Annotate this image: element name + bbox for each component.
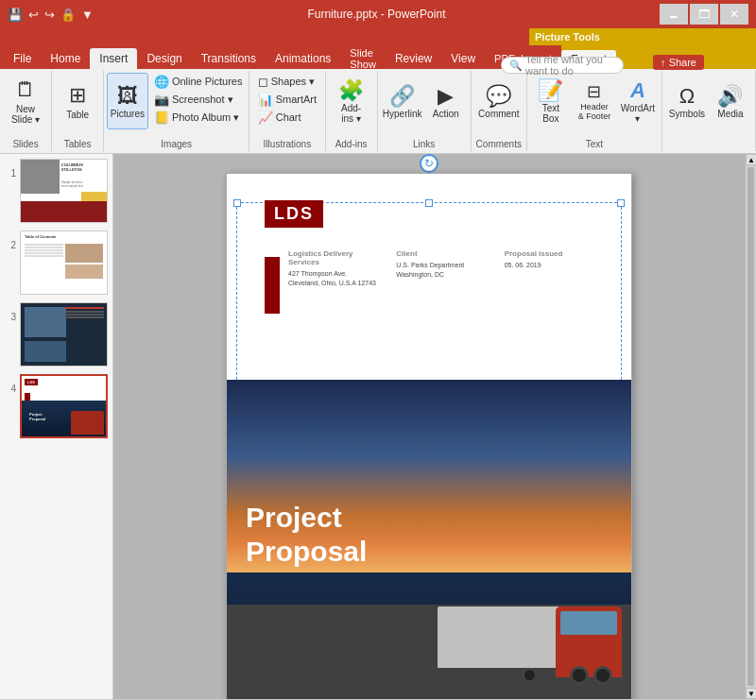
redo-icon[interactable]: ↪ [44, 8, 55, 22]
undo-icon[interactable]: ↩ [28, 8, 39, 22]
save-icon[interactable]: 💾 [8, 8, 23, 22]
scroll-down-button[interactable]: ▼ [746, 688, 756, 699]
symbols-icon: Ω [679, 84, 695, 109]
hyperlink-label: Hyperlink [383, 109, 422, 119]
tab-transitions[interactable]: Transitions [192, 48, 266, 69]
wordart-icon: A [630, 78, 645, 103]
slide-wrapper: ↻ LDS [226, 173, 632, 699]
action-button[interactable]: ▶ Action [425, 73, 467, 129]
minimize-button[interactable]: 🗕 [660, 4, 688, 25]
slide-num-3: 3 [5, 312, 16, 322]
action-label: Action [433, 109, 459, 119]
tab-design[interactable]: Design [137, 48, 191, 69]
client-value: U.S. Parks DepartmentWashington, DC [396, 261, 485, 280]
media-button[interactable]: 🔊 Media [710, 73, 751, 129]
maximize-button[interactable]: 🗖 [690, 4, 718, 25]
hyperlink-button[interactable]: 🔗 Hyperlink [382, 73, 423, 129]
screenshot-icon: 📷 [154, 93, 169, 107]
table-button[interactable]: ⊞ Table [57, 73, 98, 129]
tell-me-search[interactable]: 🔍 Tell me what you want to do [501, 57, 624, 74]
slide-thumb-2[interactable]: 2 Table of Contents [5, 230, 108, 295]
vertical-scrollbar[interactable]: ▲ ▼ [745, 154, 756, 699]
textbox-label: TextBox [542, 103, 559, 124]
slide-red-bar [265, 257, 280, 314]
illustrations-buttons: ◻ Shapes ▾ 📊 SmartArt 📈 Chart [254, 73, 320, 126]
wordart-button[interactable]: A WordArt ▾ [617, 73, 659, 129]
truck-wheel-3 [523, 668, 537, 682]
photo-album-button[interactable]: 📒 Photo Album ▾ [150, 109, 247, 126]
close-button[interactable]: ✕ [720, 4, 748, 25]
addins-icon: 🧩 [338, 78, 364, 103]
screenshot-button[interactable]: 📷 Screenshot ▾ [150, 91, 247, 108]
share-area: ⚠ ↑ Share [637, 55, 704, 70]
images-group-label: Images [161, 139, 192, 149]
smartart-icon: 📊 [258, 93, 273, 107]
new-slide-button[interactable]: 🗒 NewSlide ▾ [5, 73, 46, 129]
tab-review[interactable]: Review [386, 48, 441, 69]
tab-home[interactable]: Home [41, 48, 90, 69]
slide-proposal-text: ProjectProposal [246, 501, 367, 569]
table-icon: ⊞ [69, 83, 86, 108]
slide-preview-2[interactable]: Table of Contents [20, 230, 108, 295]
slide-num-1: 1 [5, 168, 16, 179]
pictures-icon: 🖼 [117, 84, 138, 109]
addins-label: Add-ins ▾ [341, 103, 361, 124]
slide-thumb-1[interactable]: 1 COLUMBUSSTILLETOS Sample text heremore… [5, 159, 108, 223]
slide-preview-4[interactable]: LDS ProjectProposal [20, 374, 108, 438]
tab-file[interactable]: File [4, 48, 41, 69]
textbox-button[interactable]: 📝 TextBox [530, 73, 572, 129]
handle-top-mid[interactable] [425, 199, 433, 207]
handle-top-right[interactable] [617, 199, 625, 207]
slide-preview-1[interactable]: COLUMBUSSTILLETOS Sample text heremore s… [20, 159, 108, 223]
hyperlink-icon: 🔗 [389, 84, 415, 109]
slides-group-label: Slides [12, 139, 38, 149]
comment-button[interactable]: 💬 Comment [478, 73, 520, 129]
slide-canvas[interactable]: LDS Logistics Delivery Services 427 Thom… [226, 173, 632, 699]
comment-icon: 💬 [486, 84, 511, 109]
comment-label: Comment [478, 109, 519, 119]
lock-icon[interactable]: 🔒 [60, 8, 76, 22]
slide-truck-section: ProjectProposal [227, 380, 631, 699]
new-slide-icon: 🗒 [15, 77, 36, 102]
proposal-col: Proposal Issued 05. 06. 2019 [505, 249, 593, 288]
warning-icon[interactable]: ⚠ [637, 55, 649, 70]
rotate-handle[interactable]: ↻ [420, 154, 438, 173]
tab-animations[interactable]: Animations [266, 48, 340, 69]
logistics-col: Logistics Delivery Services 427 Thompson… [288, 249, 377, 288]
customize-qat-icon[interactable]: ▼ [81, 8, 94, 22]
proposal-issued-label: Proposal Issued [505, 249, 593, 258]
shapes-button[interactable]: ◻ Shapes ▾ [254, 73, 320, 90]
symbols-button[interactable]: Ω Symbols [666, 73, 708, 129]
slides-group-content: 🗒 NewSlide ▾ [5, 73, 46, 137]
slide-num-4: 4 [5, 384, 16, 394]
scroll-thumb[interactable] [747, 167, 754, 686]
slides-panel: 1 COLUMBUSSTILLETOS Sample text heremore… [0, 154, 113, 699]
smartart-button[interactable]: 📊 SmartArt [254, 91, 320, 108]
symbols-group-content: Ω Symbols 🔊 Media [666, 73, 751, 147]
pictures-button[interactable]: 🖼 Pictures [107, 73, 148, 129]
tab-slideshow[interactable]: Slide Show [340, 48, 386, 69]
ribbon-group-text: 📝 TextBox ⊟ Header& Footer A WordArt ▾ T… [527, 71, 662, 151]
header-footer-button[interactable]: ⊟ Header& Footer [574, 73, 615, 129]
slide-thumb-4[interactable]: 4 LDS ProjectProposal [5, 374, 108, 438]
ribbon-group-images: 🖼 Pictures 🌐 Online Pictures 📷 Screensho… [104, 71, 249, 151]
title-bar: 💾 ↩ ↪ 🔒 ▼ Furniture.pptx - PowerPoint 🗕 … [0, 0, 756, 28]
illustrations-group-label: Illustrations [264, 139, 312, 149]
share-button[interactable]: ↑ Share [653, 55, 704, 70]
handle-top-left[interactable] [233, 199, 241, 207]
tab-view[interactable]: View [441, 48, 485, 69]
slide-preview-3[interactable] [20, 302, 108, 367]
textbox-icon: 📝 [538, 78, 563, 103]
slide-thumb-3[interactable]: 3 [5, 302, 108, 367]
online-pictures-icon: 🌐 [154, 75, 169, 89]
chart-button[interactable]: 📈 Chart [254, 109, 320, 126]
addins-button[interactable]: 🧩 Add-ins ▾ [331, 73, 372, 129]
online-pictures-button[interactable]: 🌐 Online Pictures [150, 73, 247, 90]
scroll-up-button[interactable]: ▲ [746, 154, 756, 165]
photo-album-label: Photo Album ▾ [172, 111, 239, 124]
ribbon-group-illustrations: ◻ Shapes ▾ 📊 SmartArt 📈 Chart Illustrati… [249, 71, 325, 151]
canvas-area: ↻ LDS [113, 154, 745, 699]
picture-tools-label: Picture Tools [535, 31, 600, 43]
tab-insert[interactable]: Insert [90, 48, 137, 69]
media-label: Media [717, 109, 743, 119]
